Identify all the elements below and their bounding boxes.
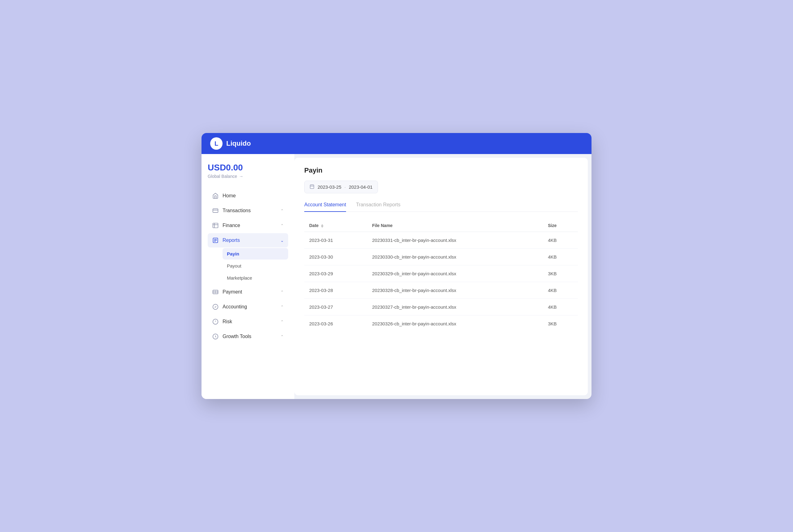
cell-file-name: 20230326-cb_inter-br-payin-account.xlsx xyxy=(367,316,543,332)
sidebar-item-accounting-label: Accounting xyxy=(223,304,277,310)
sidebar-item-reports-label: Reports xyxy=(223,238,277,243)
svg-rect-2 xyxy=(213,223,218,228)
col-header-file-name: File Name xyxy=(367,219,543,232)
balance-arrow: → xyxy=(239,174,243,179)
reports-submenu: Payin Payout Marketplace xyxy=(208,248,288,284)
cell-date: 2023-03-27 xyxy=(304,299,367,316)
svg-rect-15 xyxy=(310,185,314,189)
tab-account-statement[interactable]: Account Statement xyxy=(304,202,346,212)
sidebar-item-growth-tools-label: Growth Tools xyxy=(223,334,277,339)
sidebar-item-reports[interactable]: Reports ⌄ xyxy=(208,233,288,247)
cell-file-name: 20230329-cb_inter-br-payin-account.xlsx xyxy=(367,265,543,282)
sidebar-item-transactions[interactable]: Transactions ⌃ xyxy=(208,204,288,218)
content-area: USD0.00 Global Balance → Home xyxy=(202,154,591,399)
cell-date: 2023-03-26 xyxy=(304,316,367,332)
sidebar-item-home-label: Home xyxy=(223,193,284,198)
sidebar-item-accounting[interactable]: Accounting ⌃ xyxy=(208,300,288,314)
cell-size: 4KB xyxy=(543,232,578,249)
accounting-chevron: ⌃ xyxy=(280,305,284,309)
sidebar-item-growth-tools[interactable]: Growth Tools ⌃ xyxy=(208,329,288,344)
date-end: 2023-04-01 xyxy=(349,184,373,190)
cell-date: 2023-03-28 xyxy=(304,282,367,299)
sort-icon-date xyxy=(321,224,324,228)
sidebar-item-finance-label: Finance xyxy=(223,223,277,228)
sidebar-nav: Home Transactions ⌃ xyxy=(208,189,288,344)
transactions-icon xyxy=(212,207,219,214)
cell-file-name: 20230327-cb_inter-br-payin-account.xlsx xyxy=(367,299,543,316)
cell-size: 4KB xyxy=(543,282,578,299)
date-start: 2023-03-25 xyxy=(317,184,342,190)
sidebar-item-risk[interactable]: Risk ⌃ xyxy=(208,315,288,329)
logo-icon: L xyxy=(210,137,223,150)
risk-icon xyxy=(212,318,219,325)
table-row[interactable]: 2023-03-2820230328-cb_inter-br-payin-acc… xyxy=(304,282,578,299)
col-header-date: Date xyxy=(304,219,367,232)
sidebar-item-payout[interactable]: Payout xyxy=(223,260,288,271)
main-content: Payin 2023-03-25 · 2023-04-01 xyxy=(294,158,588,395)
cell-size: 4KB xyxy=(543,249,578,265)
cell-date: 2023-03-30 xyxy=(304,249,367,265)
table-body: 2023-03-3120230331-cb_inter-br-payin-acc… xyxy=(304,232,578,332)
cell-size: 4KB xyxy=(543,299,578,316)
cell-file-name: 20230331-cb_inter-br-payin-account.xlsx xyxy=(367,232,543,249)
balance-label: Global Balance → xyxy=(208,174,288,179)
transactions-chevron: ⌃ xyxy=(280,208,284,213)
tab-transaction-reports[interactable]: Transaction Reports xyxy=(356,202,400,212)
payment-chevron: ⌃ xyxy=(280,290,284,294)
reports-table: Date File Name Size xyxy=(304,219,578,332)
cell-date: 2023-03-31 xyxy=(304,232,367,249)
table-row[interactable]: 2023-03-3120230331-cb_inter-br-payin-acc… xyxy=(304,232,578,249)
cell-file-name: 20230330-cb_inter-br-payin-account.xlsx xyxy=(367,249,543,265)
page-title: Payin xyxy=(304,166,578,174)
growth-icon xyxy=(212,333,219,340)
calendar-icon xyxy=(310,184,314,190)
app-window: L Liquido USD0.00 Global Balance → xyxy=(202,133,591,399)
cell-date: 2023-03-29 xyxy=(304,265,367,282)
finance-icon xyxy=(212,222,219,229)
table-row[interactable]: 2023-03-3020230330-cb_inter-br-payin-acc… xyxy=(304,249,578,265)
accounting-icon xyxy=(212,303,219,310)
cell-file-name: 20230328-cb_inter-br-payin-account.xlsx xyxy=(367,282,543,299)
sidebar-item-transactions-label: Transactions xyxy=(223,208,277,213)
sidebar-item-payment-label: Payment xyxy=(223,289,277,295)
risk-chevron: ⌃ xyxy=(280,320,284,324)
sidebar-item-payin[interactable]: Payin xyxy=(223,248,288,260)
sidebar: USD0.00 Global Balance → Home xyxy=(202,154,294,399)
titlebar: L Liquido xyxy=(202,133,591,154)
table-row[interactable]: 2023-03-2720230327-cb_inter-br-payin-acc… xyxy=(304,299,578,316)
svg-rect-0 xyxy=(213,209,218,212)
payment-icon xyxy=(212,289,219,296)
svg-rect-9 xyxy=(213,290,218,294)
sidebar-item-marketplace[interactable]: Marketplace xyxy=(223,272,288,284)
date-range-bar[interactable]: 2023-03-25 · 2023-04-01 xyxy=(304,180,378,193)
date-separator: · xyxy=(345,184,346,190)
sidebar-item-risk-label: Risk xyxy=(223,319,277,324)
cell-size: 3KB xyxy=(543,265,578,282)
sidebar-item-finance[interactable]: Finance ⌃ xyxy=(208,218,288,233)
table-header-row: Date File Name Size xyxy=(304,219,578,232)
reports-chevron: ⌄ xyxy=(280,238,284,243)
cell-size: 3KB xyxy=(543,316,578,332)
svg-point-10 xyxy=(215,291,216,293)
sidebar-item-payment[interactable]: Payment ⌃ xyxy=(208,285,288,299)
table-row[interactable]: 2023-03-2920230329-cb_inter-br-payin-acc… xyxy=(304,265,578,282)
col-header-size: Size xyxy=(543,219,578,232)
balance-amount: USD0.00 xyxy=(208,163,288,173)
home-icon xyxy=(212,192,219,199)
tabs: Account Statement Transaction Reports xyxy=(304,202,578,212)
balance-section: USD0.00 Global Balance → xyxy=(208,163,288,179)
reports-icon xyxy=(212,237,219,244)
finance-chevron: ⌃ xyxy=(280,223,284,228)
sidebar-item-home[interactable]: Home xyxy=(208,189,288,203)
table-row[interactable]: 2023-03-2620230326-cb_inter-br-payin-acc… xyxy=(304,316,578,332)
growth-chevron: ⌃ xyxy=(280,334,284,339)
app-name: Liquido xyxy=(226,139,251,148)
